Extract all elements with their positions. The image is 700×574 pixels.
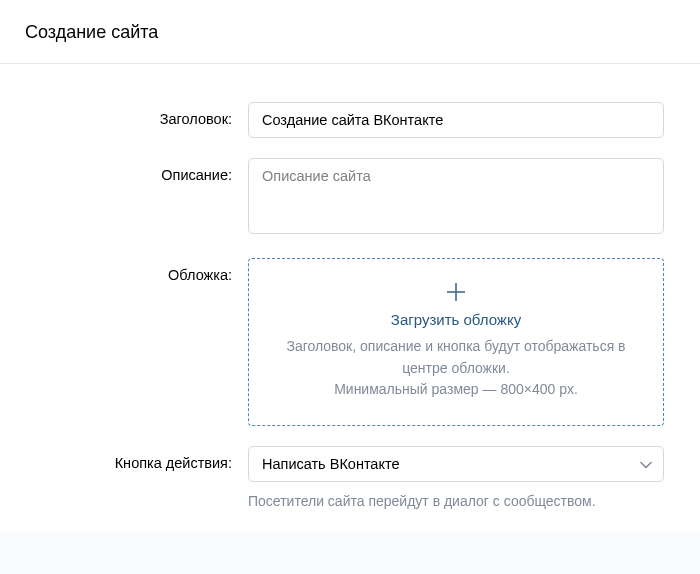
action-button-select[interactable]: Написать ВКонтакте	[248, 446, 664, 482]
cover-upload-title: Загрузить обложку	[273, 311, 639, 328]
action-button-selected-value: Написать ВКонтакте	[262, 456, 400, 472]
action-button-field-wrap: Написать ВКонтакте Посетители сайта пере…	[248, 446, 664, 512]
page-title: Создание сайта	[25, 22, 675, 43]
cover-desc-line1: Заголовок, описание и кнопка будут отобр…	[286, 338, 625, 376]
row-action-button: Кнопка действия: Написать ВКонтакте Посе…	[0, 446, 664, 512]
action-button-label: Кнопка действия:	[0, 446, 248, 512]
cover-label: Обложка:	[0, 258, 248, 426]
description-input[interactable]	[248, 158, 664, 234]
plus-icon	[445, 281, 467, 303]
cover-upload-area[interactable]: Загрузить обложку Заголовок, описание и …	[248, 258, 664, 426]
title-label: Заголовок:	[0, 102, 248, 138]
title-input[interactable]	[248, 102, 664, 138]
action-button-hint: Посетители сайта перейдут в диалог с соо…	[248, 491, 664, 512]
title-field-wrap	[248, 102, 664, 138]
page-header: Создание сайта	[0, 0, 700, 64]
cover-desc-line2: Минимальный размер — 800×400 px.	[334, 381, 578, 397]
description-label: Описание:	[0, 158, 248, 238]
description-field-wrap	[248, 158, 664, 238]
cover-field-wrap: Загрузить обложку Заголовок, описание и …	[248, 258, 664, 426]
row-title: Заголовок:	[0, 102, 664, 138]
form-area: Заголовок: Описание: Обложка: Загрузить …	[0, 64, 700, 532]
row-cover: Обложка: Загрузить обложку Заголовок, оп…	[0, 258, 664, 426]
row-description: Описание:	[0, 158, 664, 238]
action-button-select-wrap: Написать ВКонтакте	[248, 446, 664, 482]
cover-upload-description: Заголовок, описание и кнопка будут отобр…	[273, 336, 639, 401]
